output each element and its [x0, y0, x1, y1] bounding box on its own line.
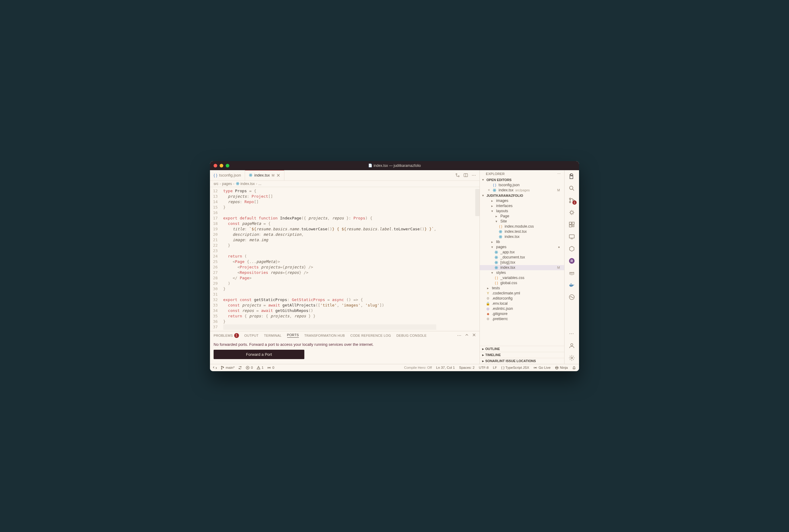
- docker-icon[interactable]: [568, 281, 575, 289]
- status-utf-8[interactable]: UTF-8: [479, 366, 489, 370]
- panel-tab-transformation-hub[interactable]: TRANSFORMATION HUB: [304, 334, 345, 337]
- file-item[interactable]: index.tsxM: [480, 265, 564, 270]
- panel-tab-ports[interactable]: PORTS: [287, 333, 299, 338]
- breadcrumb-item[interactable]: index.tsx: [236, 182, 255, 186]
- status-radio[interactable]: 0: [267, 366, 274, 370]
- open-editors-section[interactable]: ▾OPEN EDITORS: [480, 177, 564, 183]
- code-editor[interactable]: 1213141516171819202122232425262728293031…: [210, 187, 479, 331]
- item-label: .eslintrc.json: [492, 306, 513, 311]
- folder-item[interactable]: ▸lib: [480, 240, 564, 245]
- status-bell[interactable]: [572, 366, 576, 370]
- open-editor-item[interactable]: ×index.tsx src/pagesM: [480, 188, 564, 193]
- open-editor-item[interactable]: { }tsconfig.json: [480, 183, 564, 188]
- folder-item[interactable]: ▸images: [480, 198, 564, 204]
- aws-icon[interactable]: aws: [568, 269, 575, 277]
- folder-item[interactable]: ▸interfaces: [480, 204, 564, 209]
- titlebar[interactable]: index.tsx — juditkaramazfolio: [210, 161, 579, 170]
- breadcrumb-item[interactable]: ...: [258, 182, 261, 186]
- status-ninja[interactable]: Ninja: [555, 366, 568, 370]
- file-item[interactable]: index.test.tsx: [480, 229, 564, 234]
- status-remote[interactable]: [213, 366, 217, 370]
- file-item[interactable]: Y.codeclimate.yml: [480, 291, 564, 296]
- line-gutter: 1213141516171819202122232425262728293031…: [210, 187, 223, 331]
- folder-item[interactable]: ▾layouts: [480, 209, 564, 214]
- status-error[interactable]: 0: [246, 366, 253, 370]
- panel-tab-output[interactable]: OUTPUT: [244, 334, 259, 337]
- close-editor-icon[interactable]: ×: [487, 188, 491, 192]
- file-item[interactable]: ⚙.editorconfig: [480, 296, 564, 301]
- debug-icon[interactable]: [568, 209, 575, 216]
- source-control-icon[interactable]: 1: [568, 197, 575, 204]
- folder-item[interactable]: ▾styles: [480, 270, 564, 276]
- folder-item[interactable]: ▾Site: [480, 219, 564, 224]
- close-window-button[interactable]: [214, 164, 217, 168]
- breadcrumb-item[interactable]: pages: [222, 182, 232, 186]
- explorer-icon[interactable]: [568, 173, 575, 180]
- folder-item[interactable]: ▾pages●: [480, 245, 564, 250]
- section-sonarlint-issue-locations[interactable]: ▸SONARLINT ISSUE LOCATIONS: [480, 358, 564, 364]
- file-item[interactable]: { }index.module.css: [480, 224, 564, 229]
- item-label: lib: [496, 240, 500, 244]
- panel-close-icon[interactable]: [472, 333, 476, 338]
- project-section[interactable]: ▾JUDITKARAMAZFOLIO: [480, 193, 564, 198]
- file-item[interactable]: [slug].tsx: [480, 260, 564, 265]
- status-compile-hero-off[interactable]: Compile Hero: Off: [404, 366, 432, 370]
- split-editor-icon[interactable]: [463, 173, 468, 178]
- account-icon[interactable]: [568, 342, 575, 349]
- panel-more-icon[interactable]: ⋯: [457, 333, 461, 338]
- section-outline[interactable]: ▸OUTLINE: [480, 346, 564, 352]
- remote-icon[interactable]: [568, 233, 575, 240]
- explorer-more-icon[interactable]: ⋯: [557, 172, 561, 176]
- file-item[interactable]: index.tsx: [480, 234, 564, 240]
- editor-tab-index-tsx[interactable]: index.tsxM: [245, 170, 285, 180]
- file-tree[interactable]: ▸images▸interfaces▾layouts▸Page▾Site{ }i…: [480, 198, 564, 346]
- panel-maximize-icon[interactable]: [465, 333, 469, 338]
- file-item[interactable]: 🔒.env.local: [480, 301, 564, 306]
- status-ln-37-col-1[interactable]: Ln 37, Col 1: [436, 366, 455, 370]
- status-sync[interactable]: [238, 366, 242, 370]
- maximize-window-button[interactable]: [226, 164, 229, 168]
- more-icon[interactable]: ⋯: [568, 330, 575, 337]
- activity-bar: 1Raws⋯: [565, 170, 579, 364]
- status-branch[interactable]: main*: [221, 366, 235, 370]
- code-content[interactable]: type Props = { projects: Project[] repos…: [223, 187, 437, 331]
- hexagon-icon[interactable]: [568, 245, 575, 252]
- section-timeline[interactable]: ▸TIMELINE: [480, 352, 564, 358]
- forward-port-button[interactable]: Forward a Port: [214, 350, 304, 359]
- panel-tab-problems[interactable]: PROBLEMS1: [214, 333, 239, 338]
- status-spaces-2[interactable]: Spaces: 2: [459, 366, 474, 370]
- search-icon[interactable]: [568, 185, 575, 192]
- file-item[interactable]: ◎.eslintrc.json: [480, 306, 564, 311]
- file-item[interactable]: ⚙.prettierrc: [480, 317, 564, 322]
- more-actions-icon[interactable]: ⋯: [472, 173, 476, 178]
- r-icon[interactable]: R: [568, 257, 575, 265]
- compare-changes-icon[interactable]: [455, 173, 460, 178]
- file-item[interactable]: ◆.gitignore: [480, 311, 564, 317]
- panel-tab-terminal[interactable]: TERMINAL: [264, 334, 282, 337]
- status-go-live[interactable]: Go Live: [533, 366, 551, 370]
- file-item[interactable]: { }global.css: [480, 281, 564, 286]
- panel-tab-code-reference-log[interactable]: CODE REFERENCE LOG: [350, 334, 391, 337]
- item-label: Page: [500, 214, 509, 218]
- editor-tab-tsconfig-json[interactable]: { }tsconfig.json: [210, 170, 245, 180]
- status--typescript-jsx[interactable]: { } TypeScript JSX: [501, 366, 529, 370]
- status-lf[interactable]: LF: [493, 366, 497, 370]
- breadcrumb-item[interactable]: src: [214, 182, 218, 186]
- breadcrumbs[interactable]: src›pages›index.tsx›...: [210, 181, 479, 187]
- status-warning[interactable]: 1: [257, 366, 263, 370]
- file-item[interactable]: _document.tsx: [480, 255, 564, 260]
- item-label: tests: [492, 286, 500, 290]
- minimap-scrollbar[interactable]: [475, 189, 479, 216]
- file-item[interactable]: { }_variables.css: [480, 276, 564, 281]
- folder-item[interactable]: ▸tests: [480, 286, 564, 291]
- wave-icon[interactable]: [568, 293, 575, 301]
- panel-tab-debug-console[interactable]: DEBUG CONSOLE: [396, 334, 426, 337]
- settings-icon[interactable]: [568, 354, 575, 362]
- close-tab-icon[interactable]: [276, 173, 280, 177]
- extensions-icon[interactable]: [568, 221, 575, 228]
- file-item[interactable]: _app.tsx: [480, 250, 564, 255]
- svg-point-63: [221, 368, 222, 369]
- folder-item[interactable]: ▸Page: [480, 214, 564, 219]
- minimize-window-button[interactable]: [220, 164, 223, 168]
- item-label: images: [496, 198, 508, 203]
